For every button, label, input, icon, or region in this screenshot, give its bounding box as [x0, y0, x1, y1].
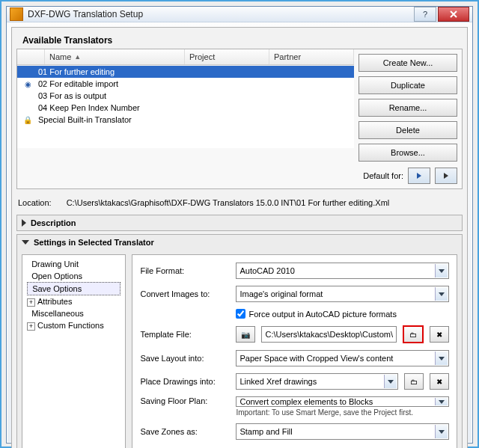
- settings-body: Drawing Unit Open Options Save Options +…: [17, 250, 462, 448]
- chevron-down-icon: [435, 425, 448, 438]
- list-actions: Create New... Duplicate Rename... Delete…: [354, 49, 462, 188]
- folder-open-icon: 🗀: [410, 378, 418, 386]
- globe-icon: ◉: [20, 80, 35, 88]
- combo-value: Convert complex elements to Blocks: [240, 397, 373, 406]
- close-button[interactable]: [438, 7, 469, 22]
- create-new-button[interactable]: Create New...: [359, 54, 457, 72]
- zones-row: Save Zones as: Stamp and Fill: [140, 423, 449, 440]
- tree-item-drawing-unit[interactable]: Drawing Unit: [27, 258, 120, 270]
- zones-combo[interactable]: Stamp and Fill: [236, 423, 449, 440]
- clear-icon: ✖: [436, 331, 442, 339]
- save-layout-combo[interactable]: Paper Space with Cropped View's content: [236, 350, 449, 366]
- col-header-name[interactable]: Name ▲: [45, 49, 185, 64]
- default-for-label: Default for:: [363, 171, 403, 180]
- combo-value: Image's original format: [240, 289, 323, 298]
- place-drawings-label: Place Drawings into:: [140, 377, 230, 386]
- convert-images-label: Convert Images to:: [140, 289, 230, 298]
- place-drawings-combo[interactable]: Linked Xref drawings: [236, 373, 398, 390]
- translator-list: Name ▲ Project Partner 01 For further ed…: [17, 49, 354, 188]
- expand-icon[interactable]: +: [27, 322, 35, 331]
- floor-plan-row: Saving Floor Plan: Convert complex eleme…: [140, 396, 449, 417]
- row-text: Special Built-in Translator: [35, 115, 351, 124]
- camera-icon: 📷: [241, 331, 250, 339]
- clear-file-button[interactable]: ✖: [430, 326, 449, 343]
- settings-header[interactable]: Settings in Selected Translator: [17, 235, 462, 250]
- list-item[interactable]: 03 For as is output: [17, 90, 354, 102]
- delete-button[interactable]: Delete: [359, 121, 457, 139]
- force-output-label: Force output in AutoCAD picture formats: [248, 310, 396, 319]
- location-label: Location:: [18, 198, 52, 207]
- default-open-button[interactable]: [408, 168, 430, 184]
- row-text: 04 Keep Pen Index Number: [35, 103, 351, 112]
- list-body[interactable]: 01 For further editing ◉ 02 For editable…: [17, 65, 354, 148]
- browse-file-button[interactable]: 🗀: [403, 325, 424, 343]
- rename-button[interactable]: Rename...: [359, 99, 457, 117]
- file-format-combo[interactable]: AutoCAD 2010: [236, 263, 449, 279]
- col-header-project[interactable]: Project: [185, 49, 269, 64]
- list-item[interactable]: 01 For further editing: [17, 66, 354, 78]
- app-icon: [10, 7, 23, 21]
- dialog-window: DXF-DWG Translation Setup ? Available Tr…: [6, 6, 473, 444]
- list-item[interactable]: 🔒 Special Built-in Translator: [17, 114, 354, 126]
- floor-plan-combo[interactable]: Convert complex elements to Blocks: [236, 396, 449, 407]
- force-output-checkbox[interactable]: [236, 309, 245, 319]
- default-for-row: Default for:: [359, 168, 457, 184]
- list-item[interactable]: ◉ 02 For editable import: [17, 78, 354, 90]
- help-button[interactable]: ?: [414, 7, 436, 22]
- sort-asc-icon: ▲: [74, 53, 81, 61]
- description-header[interactable]: Description: [17, 215, 462, 230]
- clear-icon: ✖: [436, 378, 442, 386]
- place-drawings-clear-button[interactable]: ✖: [430, 373, 449, 390]
- location-path: C:\Users\ktakacs\Graphisoft\DXF-DWG Tran…: [67, 198, 390, 207]
- chevron-down-icon: [384, 375, 397, 388]
- chevron-right-icon: [22, 219, 26, 227]
- col-header-icon[interactable]: [17, 49, 45, 64]
- col-header-partner[interactable]: Partner: [269, 49, 354, 64]
- floor-plan-note: Important: To use Smart Merge, save the …: [236, 408, 449, 417]
- duplicate-button[interactable]: Duplicate: [359, 76, 457, 94]
- description-label: Description: [31, 218, 76, 227]
- save-layout-label: Save Layout into:: [140, 354, 230, 363]
- list-header: Name ▲ Project Partner: [17, 49, 354, 65]
- tree-item-open-options[interactable]: Open Options: [27, 270, 120, 282]
- combo-value: Stamp and Fill: [240, 427, 292, 436]
- row-text: 02 For editable import: [35, 79, 351, 88]
- settings-tree[interactable]: Drawing Unit Open Options Save Options +…: [22, 254, 126, 448]
- tree-item-miscellaneous[interactable]: Miscellaneous: [27, 307, 120, 319]
- convert-images-combo[interactable]: Image's original format: [236, 286, 449, 302]
- list-item[interactable]: 04 Keep Pen Index Number: [17, 102, 354, 114]
- chevron-down-icon: [435, 287, 448, 301]
- window-title: DXF-DWG Translation Setup: [28, 9, 412, 19]
- chevron-down-icon: [435, 352, 448, 365]
- row-text: 01 For further editing: [35, 67, 351, 76]
- settings-panel: Settings in Selected Translator Drawing …: [16, 234, 463, 448]
- default-save-button[interactable]: [435, 168, 457, 184]
- close-icon: [450, 10, 457, 18]
- location-row: Location: C:\Users\ktakacs\Graphisoft\DX…: [18, 198, 461, 207]
- settings-label: Settings in Selected Translator: [34, 238, 154, 247]
- available-translators-heading: Available Translators: [16, 32, 463, 49]
- floor-plan-label: Saving Floor Plan:: [140, 396, 230, 405]
- lock-icon: 🔒: [20, 116, 35, 124]
- arrow-right-icon: [444, 173, 448, 179]
- place-drawings-browse-button[interactable]: 🗀: [404, 373, 424, 390]
- save-layout-row: Save Layout into: Paper Space with Cropp…: [140, 350, 449, 366]
- convert-images-row: Convert Images to: Image's original form…: [140, 286, 449, 302]
- camera-button[interactable]: 📷: [236, 326, 255, 343]
- expand-icon[interactable]: +: [27, 298, 35, 307]
- tree-item-attributes[interactable]: +Attributes: [27, 295, 120, 307]
- combo-value: Linked Xref drawings: [240, 377, 317, 386]
- folder-open-icon: 🗀: [409, 331, 417, 339]
- file-format-label: File Format:: [140, 266, 230, 275]
- force-output-check[interactable]: Force output in AutoCAD picture formats: [236, 309, 449, 319]
- tree-item-save-options[interactable]: Save Options: [27, 282, 120, 295]
- combo-value: AutoCAD 2010: [240, 266, 294, 275]
- template-file-input[interactable]: C:\Users\ktakacs\Desktop\Custom\: [261, 326, 397, 343]
- browse-button[interactable]: Browse...: [359, 144, 457, 162]
- place-drawings-row: Place Drawings into: Linked Xref drawing…: [140, 373, 449, 390]
- tree-item-custom-functions[interactable]: +Custom Functions: [27, 319, 120, 331]
- titlebar: DXF-DWG Translation Setup ?: [7, 7, 472, 22]
- template-file-label: Template File:: [140, 330, 230, 339]
- description-panel: Description: [16, 215, 463, 231]
- settings-form: File Format: AutoCAD 2010 Convert Images…: [132, 254, 457, 448]
